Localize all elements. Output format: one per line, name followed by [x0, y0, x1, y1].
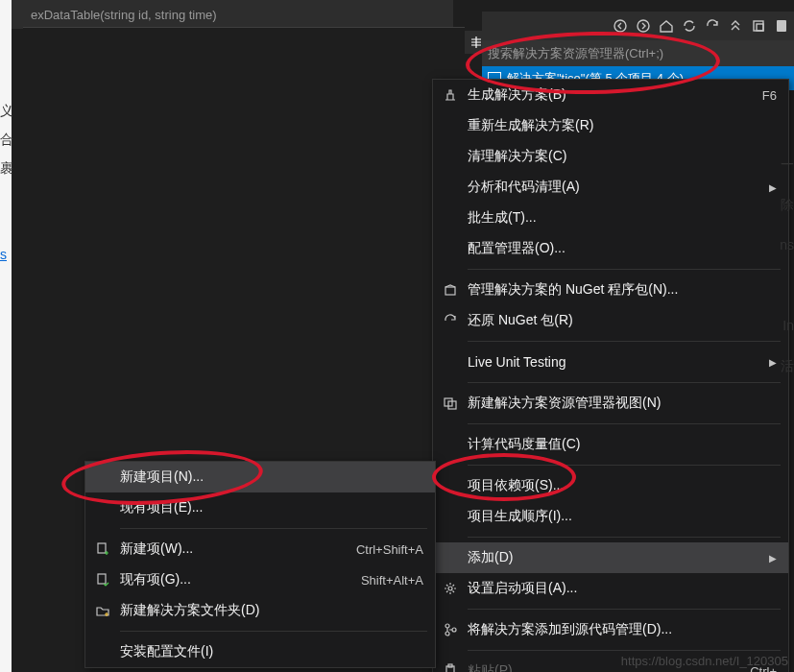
newview-icon [433, 396, 468, 411]
svg-point-0 [614, 20, 626, 32]
menu-separator [468, 341, 781, 342]
title-bar: exDataTable(string id, string time) [12, 0, 453, 29]
page-text-right-fragment: 一除ns In活 [777, 144, 794, 386]
menu-label: 计算代码度量值(C) [468, 436, 777, 453]
svg-rect-3 [757, 24, 763, 31]
main-menu-item-0[interactable]: 生成解决方案(B)F6 [433, 80, 788, 110]
main-menu-item-4[interactable]: 批生成(T)... [433, 203, 788, 233]
menu-shortcut: Shift+Alt+A [361, 573, 423, 588]
sub-menu-item-5[interactable]: 新建解决方案文件夹(D) [85, 595, 435, 626]
main-menu-item-5[interactable]: 配置管理器(O)... [433, 233, 788, 264]
main-menu-item-8[interactable]: 还原 NuGet 包(R) [433, 305, 788, 336]
search-input[interactable]: 搜索解决方案资源管理器(Ctrl+;) [482, 40, 794, 67]
menu-label: 清理解决方案(C) [468, 148, 777, 165]
menu-label: 现有项(G)... [120, 571, 349, 588]
svg-rect-5 [445, 287, 455, 295]
sync-icon[interactable] [680, 16, 699, 36]
svg-point-11 [452, 628, 456, 632]
scm-icon [433, 622, 468, 637]
home-icon[interactable] [657, 16, 676, 36]
chevron-right-icon: ▶ [769, 182, 777, 193]
forward-icon[interactable] [634, 16, 653, 36]
menu-separator [468, 465, 781, 466]
main-menu-item-2[interactable]: 清理解决方案(C) [433, 141, 788, 172]
main-menu-item-1[interactable]: 重新生成解决方案(R) [433, 110, 788, 141]
menu-label: 项目生成顺序(I)... [468, 508, 777, 525]
refresh-icon[interactable] [703, 16, 722, 36]
menu-label: 新建解决方案资源管理器视图(N) [468, 395, 777, 412]
build-icon [433, 87, 468, 103]
main-menu-item-19[interactable]: 添加(D)▶ [433, 542, 788, 573]
sub-menu-item-1[interactable]: 现有项目(E)... [85, 492, 435, 523]
sub-menu-item-3[interactable]: 新建项(W)...Ctrl+Shift+A [85, 534, 435, 564]
main-menu-item-16[interactable]: 项目依赖项(S)... [433, 470, 788, 501]
menu-separator [468, 382, 781, 383]
watermark: https://blog.csdn.net/I_120305 [621, 654, 788, 668]
menu-separator [120, 528, 427, 529]
menu-shortcut: F6 [762, 88, 777, 103]
main-menu-item-10[interactable]: Live Unit Testing▶ [433, 347, 788, 377]
menu-separator [120, 631, 427, 632]
explorer-toolbar [482, 12, 794, 40]
menu-label: 安装配置文件(I) [120, 643, 423, 660]
main-menu-item-14[interactable]: 计算代码度量值(C) [433, 429, 788, 460]
method-signature: exDataTable(string id, string time) [31, 8, 217, 22]
properties-icon[interactable] [772, 16, 791, 36]
collapse-icon[interactable] [726, 16, 745, 36]
chevron-right-icon: ▶ [769, 357, 777, 368]
show-all-icon[interactable] [749, 16, 768, 36]
svg-point-9 [445, 624, 449, 628]
gear-icon [433, 581, 468, 596]
svg-point-1 [638, 20, 649, 32]
search-placeholder: 搜索解决方案资源管理器(Ctrl+;) [488, 45, 663, 62]
menu-label: 现有项目(E)... [120, 499, 423, 516]
menu-label: 生成解决方案(B) [468, 86, 751, 104]
menu-separator [468, 537, 781, 538]
menu-label: Live Unit Testing [468, 354, 761, 370]
menu-separator [468, 650, 781, 651]
menu-label: 还原 NuGet 包(R) [468, 312, 777, 329]
folder-icon [85, 603, 120, 618]
menu-shortcut: Ctrl+Shift+A [356, 542, 423, 557]
exist-icon [85, 572, 120, 588]
menu-label: 新建项目(N)... [120, 468, 423, 486]
svg-rect-16 [98, 574, 106, 584]
menu-label: 设置启动项目(A)... [468, 580, 777, 597]
main-menu-item-22[interactable]: 将解决方案添加到源代码管理(D)... [433, 614, 788, 645]
main-menu-item-20[interactable]: 设置启动项目(A)... [433, 573, 788, 604]
svg-point-8 [448, 587, 452, 590]
menu-separator [468, 269, 781, 270]
main-menu-item-17[interactable]: 项目生成顺序(I)... [433, 501, 788, 532]
menu-label: 批生成(T)... [468, 209, 777, 227]
menu-label: 项目依赖项(S)... [468, 477, 777, 494]
menu-label: 新建解决方案文件夹(D) [120, 602, 423, 619]
svg-point-10 [445, 632, 449, 636]
sub-menu-item-0[interactable]: 新建项目(N)... [85, 462, 435, 492]
menu-label: 新建项(W)... [120, 540, 345, 558]
svg-rect-15 [98, 543, 106, 553]
menu-label: 管理解决方案的 NuGet 程序包(N)... [468, 281, 777, 299]
newitem-icon [85, 541, 120, 557]
svg-rect-2 [754, 21, 763, 31]
sub-menu-item-4[interactable]: 现有项(G)...Shift+Alt+A [85, 564, 435, 595]
menu-label: 重新生成解决方案(R) [468, 117, 777, 134]
chevron-right-icon: ▶ [769, 553, 777, 564]
context-menu-main: 生成解决方案(B)F6重新生成解决方案(R)清理解决方案(C)分析和代码清理(A… [432, 79, 789, 672]
nuget-icon [433, 282, 468, 298]
svg-rect-4 [777, 20, 786, 32]
context-menu-add: 新建项目(N)...现有项目(E)...新建项(W)...Ctrl+Shift+… [84, 461, 436, 668]
restore-icon [433, 313, 468, 328]
menu-label: 将解决方案添加到源代码管理(D)... [468, 621, 777, 638]
main-menu-item-12[interactable]: 新建解决方案资源管理器视图(N) [433, 388, 788, 419]
menu-separator [468, 609, 781, 610]
menu-label: 分析和代码清理(A) [468, 179, 761, 196]
sub-menu-item-7[interactable]: 安装配置文件(I) [85, 636, 435, 667]
page-text-left-fragment: 义合裹 s [0, 96, 17, 269]
main-menu-item-3[interactable]: 分析和代码清理(A)▶ [433, 172, 788, 203]
back-icon[interactable] [611, 16, 630, 36]
menu-separator [468, 423, 781, 424]
paste-icon [433, 663, 468, 672]
menu-label: 配置管理器(O)... [468, 240, 777, 257]
main-menu-item-7[interactable]: 管理解决方案的 NuGet 程序包(N)... [433, 275, 788, 305]
menu-label: 添加(D) [468, 549, 761, 566]
